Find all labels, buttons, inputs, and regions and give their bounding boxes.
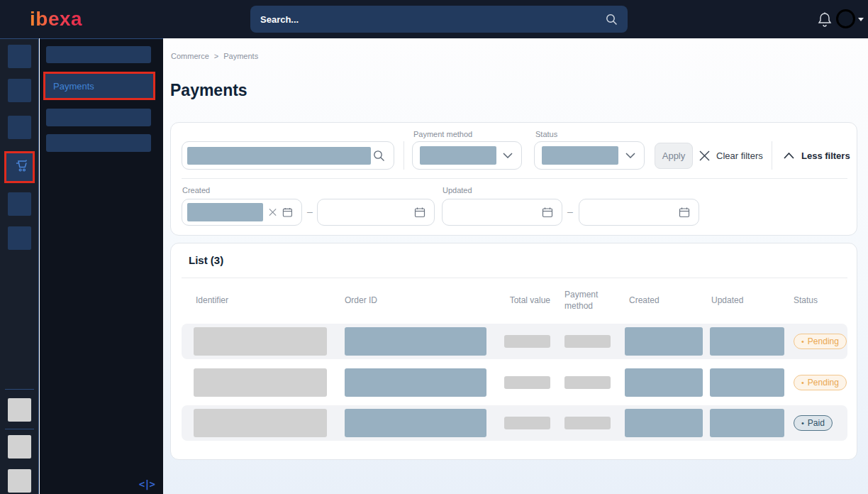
date-range-dash: – — [567, 206, 573, 217]
topbar: ibexa Search... — [0, 0, 868, 38]
calendar-icon[interactable] — [282, 207, 293, 218]
status-label: Status — [535, 130, 557, 138]
column-header-identifier: Identifier — [196, 283, 228, 317]
nav-icon-placeholder-5[interactable] — [8, 226, 31, 250]
filter-search-input[interactable] — [182, 141, 394, 170]
collapse-sidebar-icon[interactable]: <|> — [139, 478, 155, 490]
sidebar-icon-rail — [0, 38, 39, 494]
less-filters-label: Less filters — [801, 150, 850, 161]
filter-row-divider — [182, 178, 847, 179]
cart-icon — [11, 159, 28, 175]
bottom-icon-placeholder-3[interactable] — [8, 469, 31, 493]
sidebar-submenu-panel: Payments <|> — [40, 38, 163, 494]
payment-method-placeholder — [564, 376, 611, 389]
payments-menu-label: Payments — [53, 81, 94, 92]
submenu-item-placeholder-2[interactable] — [46, 109, 151, 126]
created-placeholder — [625, 327, 703, 356]
order-id-placeholder — [345, 327, 486, 356]
clear-filters-button[interactable]: Clear filters — [699, 144, 763, 167]
updated-placeholder — [710, 368, 784, 397]
nav-icon-placeholder-1[interactable] — [8, 45, 31, 68]
nav-icon-placeholder-3[interactable] — [8, 116, 31, 139]
ibexa-logo[interactable]: ibexa — [30, 8, 82, 31]
user-avatar[interactable] — [836, 9, 855, 28]
table-row[interactable]: Pending — [182, 365, 847, 400]
commerce-nav-highlight[interactable] — [4, 151, 35, 183]
identifier-placeholder — [194, 327, 327, 356]
notifications-bell-icon[interactable] — [817, 11, 833, 28]
bottom-icon-placeholder-1[interactable] — [8, 398, 31, 422]
status-value-placeholder — [542, 146, 618, 165]
submenu-item-placeholder-3[interactable] — [46, 134, 151, 152]
created-label: Created — [182, 186, 210, 194]
column-header-order-id: Order ID — [345, 283, 377, 317]
updated-placeholder — [710, 409, 784, 437]
column-header-updated: Updated — [711, 283, 743, 317]
created-placeholder — [625, 368, 703, 397]
filter-divider — [404, 141, 404, 170]
global-search-placeholder: Search... — [260, 14, 606, 25]
breadcrumb: Commerce > Payments — [171, 52, 258, 60]
updated-from-date-input[interactable] — [442, 199, 562, 226]
created-to-date-input[interactable] — [317, 199, 435, 226]
total-value-placeholder — [504, 417, 550, 429]
chevron-up-icon — [784, 153, 794, 159]
created-placeholder — [625, 409, 703, 437]
search-value-placeholder — [187, 147, 371, 165]
created-from-value-placeholder — [187, 203, 263, 221]
calendar-icon[interactable] — [679, 207, 690, 218]
search-icon — [373, 150, 385, 162]
identifier-placeholder — [194, 368, 327, 397]
payment-method-placeholder — [564, 335, 611, 348]
updated-label: Updated — [443, 186, 472, 194]
column-header-total-value: Total value — [504, 283, 550, 317]
created-from-date-input[interactable] — [182, 199, 302, 226]
calendar-icon[interactable] — [414, 207, 425, 218]
order-id-placeholder — [345, 409, 486, 437]
list-title: List (3) — [189, 254, 223, 266]
total-value-placeholder — [504, 376, 550, 389]
date-range-dash: – — [307, 206, 313, 217]
identifier-placeholder — [194, 409, 327, 437]
nav-icon-placeholder-2[interactable] — [8, 79, 31, 102]
calendar-icon[interactable] — [542, 207, 553, 218]
chevron-down-icon — [625, 153, 635, 158]
column-header-status: Status — [794, 283, 818, 317]
breadcrumb-separator: > — [214, 52, 218, 60]
table-row[interactable]: Paid — [182, 405, 847, 441]
sidebar-item-payments[interactable]: Payments — [45, 74, 153, 98]
payment-method-label: Payment method — [413, 130, 472, 138]
chevron-down-icon — [503, 153, 513, 158]
breadcrumb-commerce[interactable]: Commerce — [171, 52, 209, 60]
table-row[interactable]: Pending — [182, 324, 847, 359]
updated-placeholder — [710, 327, 784, 356]
column-header-payment-method: Payment method — [564, 283, 608, 317]
main-content: Commerce > Payments Payments Payment met… — [163, 38, 868, 494]
breadcrumb-payments[interactable]: Payments — [223, 52, 258, 60]
apply-button[interactable]: Apply — [655, 143, 693, 169]
order-id-placeholder — [345, 368, 486, 397]
payment-method-select[interactable] — [412, 141, 522, 170]
clear-date-icon[interactable] — [269, 208, 277, 216]
global-search-input[interactable]: Search... — [250, 6, 628, 33]
bottom-icon-placeholder-2[interactable] — [8, 435, 31, 459]
status-select[interactable] — [534, 141, 645, 170]
search-icon — [606, 13, 618, 26]
close-icon — [699, 150, 710, 161]
payments-menu-highlight: Payments — [43, 72, 155, 100]
updated-to-date-input[interactable] — [579, 199, 699, 226]
clear-filters-label: Clear filters — [716, 150, 763, 161]
status-badge: Pending — [794, 334, 847, 349]
filter-divider — [772, 141, 772, 170]
payments-list-card: List (3) Identifier Order ID Total value… — [170, 243, 857, 460]
rail-divider — [5, 429, 34, 429]
page-title: Payments — [170, 81, 247, 100]
payment-method-placeholder — [564, 417, 611, 429]
submenu-item-placeholder-1[interactable] — [46, 46, 151, 63]
rail-divider — [5, 389, 34, 390]
nav-icon-placeholder-4[interactable] — [8, 192, 31, 216]
less-filters-button[interactable]: Less filters — [784, 144, 850, 167]
payment-method-value-placeholder — [420, 146, 496, 165]
status-badge: Paid — [794, 415, 833, 431]
user-menu-caret-icon[interactable] — [858, 18, 864, 21]
